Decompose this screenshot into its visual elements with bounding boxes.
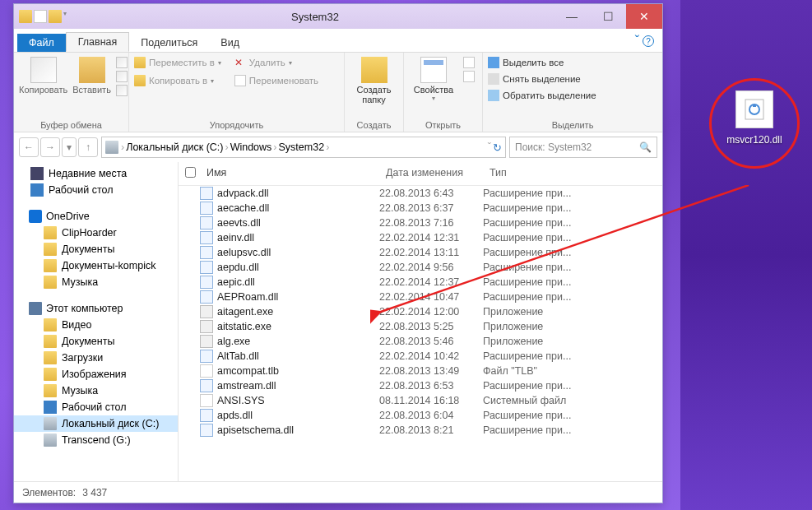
breadcrumb-dropdown-icon[interactable]: ˇ [488, 141, 491, 153]
open-opt2[interactable] [463, 71, 475, 82]
refresh-button[interactable]: ↻ [493, 141, 502, 154]
tree-cliphoarder[interactable]: ClipHoarder [14, 225, 178, 241]
breadcrumb[interactable]: › Локальный диск (C:)› Windows› System32… [101, 137, 506, 158]
help-icon[interactable]: ? [643, 35, 654, 47]
file-date: 22.08.2013 8:21 [379, 424, 483, 436]
file-name: amstream.dll [217, 380, 276, 392]
table-row[interactable]: aepdu.dll22.02.2014 9:56Расширение при..… [179, 260, 662, 275]
history-dropdown[interactable]: ▾ [62, 137, 77, 157]
table-row[interactable]: aeevts.dll22.08.2013 7:16Расширение при.… [179, 216, 662, 230]
tree-onedrive[interactable]: OneDrive [14, 206, 178, 225]
column-headers[interactable]: Имя Дата изменения Тип [179, 162, 662, 186]
tree-videos[interactable]: Видео [14, 317, 178, 333]
file-date: 22.08.2013 6:37 [379, 202, 483, 214]
folder-icon [19, 10, 32, 23]
desktop-dll-file[interactable] [735, 90, 773, 128]
search-input[interactable]: Поиск: System32 🔍 [509, 137, 657, 158]
file-date: 22.02.2014 9:56 [379, 262, 483, 273]
open-opt1[interactable] [463, 57, 475, 68]
breadcrumb-root[interactable]: Локальный диск (C:) [126, 141, 223, 153]
status-bar: Элементов: 3 437 [14, 481, 662, 503]
table-row[interactable]: aeinv.dll22.02.2014 12:31Расширение при.… [179, 230, 662, 245]
window-title: System32 [81, 11, 549, 23]
file-rows[interactable]: advpack.dll22.08.2013 6:43Расширение при… [179, 186, 662, 481]
table-row[interactable]: amcompat.tlb22.08.2013 13:49Файл "TLB" [179, 364, 662, 378]
breadcrumb-windows[interactable]: Windows [230, 141, 272, 153]
status-label: Элементов: [22, 487, 76, 498]
copy-button[interactable]: Копировать [19, 55, 67, 95]
copy-to-button[interactable]: Копировать в▾ [134, 75, 221, 86]
close-button[interactable]: ✕ [626, 4, 662, 29]
select-all-button[interactable]: Выделить все [488, 57, 596, 68]
tab-home[interactable]: Главная [66, 32, 130, 52]
tab-share[interactable]: Поделиться [129, 34, 209, 52]
file-name: aepdu.dll [217, 262, 259, 273]
clipboard-opt1[interactable] [116, 57, 128, 68]
col-date[interactable]: Дата изменения [379, 165, 483, 182]
delete-button[interactable]: ✕Удалить▾ [234, 57, 318, 68]
forward-button[interactable]: → [40, 137, 60, 157]
file-type: Расширение при... [483, 350, 662, 362]
table-row[interactable]: amstream.dll22.08.2013 6:53Расширение пр… [179, 378, 662, 393]
back-button[interactable]: ← [19, 137, 39, 157]
tree-desktop[interactable]: Рабочий стол [14, 182, 178, 198]
file-type: Файл "TLB" [483, 365, 662, 377]
move-to-button[interactable]: Переместить в▾ [134, 57, 221, 68]
clipboard-opt2[interactable] [116, 71, 128, 82]
breadcrumb-current[interactable]: System32 [279, 141, 325, 153]
qat-dropdown-icon[interactable]: ▾ [63, 10, 77, 23]
tree-music2[interactable]: Музыка [14, 382, 178, 399]
table-row[interactable]: aelupsvc.dll22.02.2014 13:11Расширение п… [179, 245, 662, 260]
tree-pictures[interactable]: Изображения [14, 366, 178, 382]
minimize-button[interactable]: — [554, 4, 590, 29]
new-folder-button[interactable]: Создатьпапку [350, 55, 398, 104]
tree-documents-kompick[interactable]: Документы-kompick [14, 257, 178, 274]
table-row[interactable]: apisetschema.dll22.08.2013 8:21Расширени… [179, 423, 662, 438]
tree-documents2[interactable]: Документы [14, 333, 178, 350]
table-row[interactable]: aepic.dll22.02.2014 12:37Расширение при.… [179, 275, 662, 290]
rename-button[interactable]: Переименовать [234, 75, 318, 86]
paste-button[interactable]: Вставить [72, 55, 111, 95]
table-row[interactable]: advpack.dll22.08.2013 6:43Расширение при… [179, 186, 662, 201]
props-qat-icon[interactable] [34, 10, 47, 23]
tree-cdrive[interactable]: Локальный диск (C:) [14, 415, 178, 432]
tab-file[interactable]: Файл [17, 34, 66, 52]
maximize-button[interactable]: ☐ [590, 4, 626, 29]
clipboard-opt3[interactable] [116, 85, 128, 96]
deselect-button[interactable]: Снять выделение [488, 73, 596, 85]
tab-view[interactable]: Вид [209, 34, 251, 52]
table-row[interactable]: aitagent.exe22.02.2014 12:00Приложение [179, 304, 662, 319]
tree-transcend[interactable]: Transcend (G:) [14, 432, 178, 448]
table-row[interactable]: alg.exe22.08.2013 5:46Приложение [179, 334, 662, 349]
newfolder-qat-icon[interactable] [49, 10, 62, 23]
table-row[interactable]: aitstatic.exe22.08.2013 5:25Приложение [179, 319, 662, 334]
file-icon [200, 335, 213, 348]
table-row[interactable]: apds.dll22.08.2013 6:04Расширение при... [179, 408, 662, 423]
invert-button[interactable]: Обратить выделение [488, 90, 596, 101]
svg-rect-1 [745, 100, 763, 119]
col-name[interactable]: Имя [200, 165, 379, 182]
tree-documents[interactable]: Документы [14, 241, 178, 257]
col-type[interactable]: Тип [483, 165, 662, 182]
search-icon: 🔍 [639, 141, 652, 153]
file-icon [200, 350, 213, 363]
explorer-window: ▾ System32 — ☐ ✕ Файл Главная Поделиться… [13, 3, 663, 503]
tree-recent[interactable]: Недавние места [14, 165, 178, 182]
select-all-checkbox[interactable] [185, 167, 196, 178]
up-button[interactable]: ↑ [78, 137, 98, 157]
ribbon-collapse[interactable]: ˇ? [627, 30, 662, 52]
properties-button[interactable]: Свойства▾ [409, 55, 458, 102]
tree-this-pc[interactable]: Этот компьютер [14, 299, 178, 317]
tree-music[interactable]: Музыка [14, 274, 178, 290]
table-row[interactable]: aecache.dll22.08.2013 6:37Расширение при… [179, 201, 662, 216]
table-row[interactable]: AEPRoam.dll22.02.2014 10:47Расширение пр… [179, 290, 662, 304]
table-row[interactable]: AltTab.dll22.02.2014 10:42Расширение при… [179, 349, 662, 364]
tree-desktop2[interactable]: Рабочий стол [14, 399, 178, 415]
file-type: Расширение при... [483, 217, 662, 229]
file-date: 22.08.2013 5:46 [379, 336, 483, 347]
file-name: aitagent.exe [217, 306, 273, 318]
tree-downloads[interactable]: Загрузки [14, 350, 178, 366]
file-icon [200, 424, 213, 437]
table-row[interactable]: ANSI.SYS08.11.2014 16:18Системный файл [179, 393, 662, 408]
navigation-tree[interactable]: Недавние места Рабочий стол OneDrive Cli… [14, 162, 179, 481]
